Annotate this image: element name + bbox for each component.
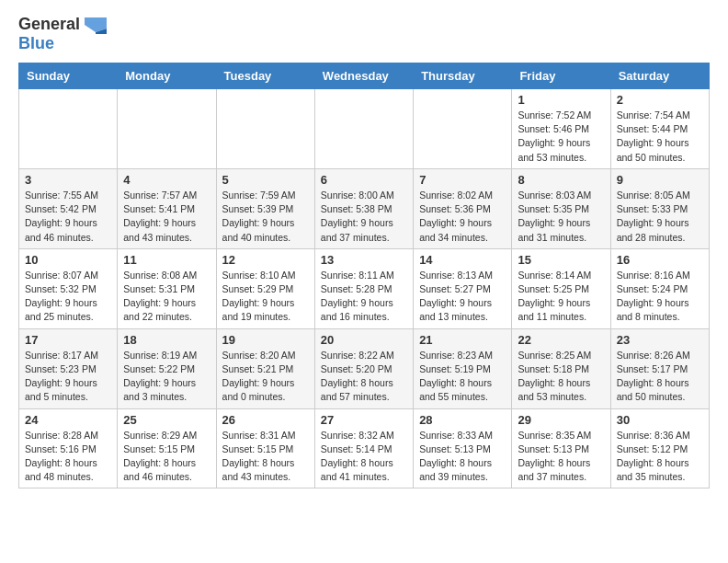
day-info: Sunrise: 7:57 AM Sunset: 5:41 PM Dayligh… [123,189,210,245]
calendar-cell: 21Sunrise: 8:23 AM Sunset: 5:19 PM Dayli… [414,328,512,408]
day-info: Sunrise: 8:32 AM Sunset: 5:14 PM Dayligh… [321,429,407,485]
calendar-cell: 14Sunrise: 8:13 AM Sunset: 5:27 PM Dayli… [414,248,512,328]
day-number: 6 [321,173,407,187]
calendar-cell: 6Sunrise: 8:00 AM Sunset: 5:38 PM Daylig… [314,168,413,248]
calendar-cell: 7Sunrise: 8:02 AM Sunset: 5:36 PM Daylig… [414,168,512,248]
calendar-cell: 15Sunrise: 8:14 AM Sunset: 5:25 PM Dayli… [512,248,610,328]
day-info: Sunrise: 8:28 AM Sunset: 5:16 PM Dayligh… [25,429,111,485]
day-info: Sunrise: 8:08 AM Sunset: 5:31 PM Dayligh… [123,269,210,325]
calendar-cell: 2Sunrise: 7:54 AM Sunset: 5:44 PM Daylig… [610,89,709,169]
day-number: 23 [617,333,703,347]
day-info: Sunrise: 8:16 AM Sunset: 5:24 PM Dayligh… [617,269,703,325]
day-info: Sunrise: 8:25 AM Sunset: 5:18 PM Dayligh… [518,349,604,405]
day-number: 8 [518,173,604,187]
day-info: Sunrise: 8:35 AM Sunset: 5:13 PM Dayligh… [518,429,604,485]
calendar-cell [118,89,216,169]
day-info: Sunrise: 8:19 AM Sunset: 5:22 PM Dayligh… [123,349,210,405]
day-info: Sunrise: 8:36 AM Sunset: 5:12 PM Dayligh… [617,429,703,485]
calendar-cell: 13Sunrise: 8:11 AM Sunset: 5:28 PM Dayli… [314,248,413,328]
col-header-monday: Monday [118,63,216,89]
col-header-tuesday: Tuesday [216,63,314,89]
day-info: Sunrise: 8:03 AM Sunset: 5:35 PM Dayligh… [518,189,604,245]
day-number: 10 [25,253,111,267]
day-number: 2 [617,93,703,107]
calendar-cell: 12Sunrise: 8:10 AM Sunset: 5:29 PM Dayli… [216,248,314,328]
logo-general-text: General [18,15,80,34]
day-number: 29 [518,413,604,427]
day-info: Sunrise: 7:59 AM Sunset: 5:39 PM Dayligh… [222,189,309,245]
day-info: Sunrise: 8:13 AM Sunset: 5:27 PM Dayligh… [419,269,506,325]
day-number: 17 [25,333,111,347]
day-number: 25 [123,413,210,427]
col-header-thursday: Thursday [414,63,512,89]
calendar-cell: 23Sunrise: 8:26 AM Sunset: 5:17 PM Dayli… [610,328,709,408]
day-info: Sunrise: 8:26 AM Sunset: 5:17 PM Dayligh… [617,349,703,405]
day-info: Sunrise: 8:23 AM Sunset: 5:19 PM Dayligh… [419,349,506,405]
logo: GeneralBlue [18,15,108,53]
calendar-cell: 28Sunrise: 8:33 AM Sunset: 5:13 PM Dayli… [414,408,512,488]
calendar-cell: 20Sunrise: 8:22 AM Sunset: 5:20 PM Dayli… [314,328,413,408]
calendar-cell: 27Sunrise: 8:32 AM Sunset: 5:14 PM Dayli… [314,408,413,488]
calendar-cell: 8Sunrise: 8:03 AM Sunset: 5:35 PM Daylig… [512,168,610,248]
col-header-friday: Friday [512,63,610,89]
day-number: 13 [321,253,407,267]
calendar-cell [216,89,314,169]
calendar-cell: 18Sunrise: 8:19 AM Sunset: 5:22 PM Dayli… [118,328,216,408]
day-number: 1 [518,93,604,107]
day-info: Sunrise: 8:10 AM Sunset: 5:29 PM Dayligh… [222,269,309,325]
calendar-cell: 10Sunrise: 8:07 AM Sunset: 5:32 PM Dayli… [19,248,118,328]
day-number: 11 [123,253,210,267]
calendar-cell: 22Sunrise: 8:25 AM Sunset: 5:18 PM Dayli… [512,328,610,408]
day-number: 20 [321,333,407,347]
day-number: 9 [617,173,703,187]
day-number: 28 [419,413,506,427]
col-header-wednesday: Wednesday [314,63,413,89]
calendar-cell: 3Sunrise: 7:55 AM Sunset: 5:42 PM Daylig… [19,168,118,248]
day-number: 22 [518,333,604,347]
day-number: 14 [419,253,506,267]
day-info: Sunrise: 8:22 AM Sunset: 5:20 PM Dayligh… [321,349,407,405]
day-number: 18 [123,333,210,347]
col-header-saturday: Saturday [610,63,709,89]
day-number: 30 [617,413,703,427]
logo-blue-text: Blue [18,34,54,52]
day-info: Sunrise: 7:54 AM Sunset: 5:44 PM Dayligh… [617,109,703,165]
day-number: 15 [518,253,604,267]
day-info: Sunrise: 7:55 AM Sunset: 5:42 PM Dayligh… [25,189,111,245]
day-number: 3 [25,173,111,187]
day-number: 4 [123,173,210,187]
day-info: Sunrise: 8:05 AM Sunset: 5:33 PM Dayligh… [617,189,703,245]
day-info: Sunrise: 8:20 AM Sunset: 5:21 PM Dayligh… [222,349,309,405]
day-number: 26 [222,413,309,427]
calendar-cell: 5Sunrise: 7:59 AM Sunset: 5:39 PM Daylig… [216,168,314,248]
day-number: 24 [25,413,111,427]
day-number: 19 [222,333,309,347]
day-info: Sunrise: 8:00 AM Sunset: 5:38 PM Dayligh… [321,189,407,245]
day-number: 16 [617,253,703,267]
day-info: Sunrise: 8:02 AM Sunset: 5:36 PM Dayligh… [419,189,506,245]
calendar-cell: 9Sunrise: 8:05 AM Sunset: 5:33 PM Daylig… [610,168,709,248]
day-number: 21 [419,333,506,347]
logo-icon [83,16,108,34]
calendar-table: SundayMondayTuesdayWednesdayThursdayFrid… [18,63,710,488]
calendar-cell: 16Sunrise: 8:16 AM Sunset: 5:24 PM Dayli… [610,248,709,328]
calendar-cell: 29Sunrise: 8:35 AM Sunset: 5:13 PM Dayli… [512,408,610,488]
day-info: Sunrise: 8:17 AM Sunset: 5:23 PM Dayligh… [25,349,111,405]
calendar-cell: 11Sunrise: 8:08 AM Sunset: 5:31 PM Dayli… [118,248,216,328]
day-info: Sunrise: 8:07 AM Sunset: 5:32 PM Dayligh… [25,269,111,325]
calendar-cell [19,89,118,169]
day-info: Sunrise: 7:52 AM Sunset: 5:46 PM Dayligh… [518,109,604,165]
calendar-cell: 1Sunrise: 7:52 AM Sunset: 5:46 PM Daylig… [512,89,610,169]
calendar-cell: 4Sunrise: 7:57 AM Sunset: 5:41 PM Daylig… [118,168,216,248]
day-info: Sunrise: 8:11 AM Sunset: 5:28 PM Dayligh… [321,269,407,325]
day-info: Sunrise: 8:29 AM Sunset: 5:15 PM Dayligh… [123,429,210,485]
day-number: 7 [419,173,506,187]
day-number: 12 [222,253,309,267]
day-info: Sunrise: 8:14 AM Sunset: 5:25 PM Dayligh… [518,269,604,325]
calendar-cell: 30Sunrise: 8:36 AM Sunset: 5:12 PM Dayli… [610,408,709,488]
calendar-cell: 17Sunrise: 8:17 AM Sunset: 5:23 PM Dayli… [19,328,118,408]
calendar-cell [414,89,512,169]
calendar-cell: 24Sunrise: 8:28 AM Sunset: 5:16 PM Dayli… [19,408,118,488]
calendar-cell: 25Sunrise: 8:29 AM Sunset: 5:15 PM Dayli… [118,408,216,488]
day-number: 27 [321,413,407,427]
